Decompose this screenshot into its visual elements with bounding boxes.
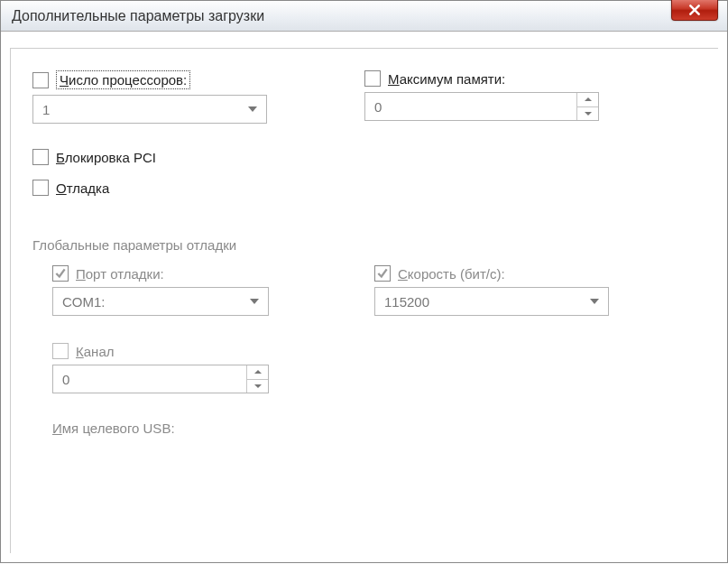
speed-checkbox — [374, 265, 391, 282]
proc-count-value: 1 — [42, 102, 50, 117]
debug-port-label: Порт отладки: — [76, 266, 164, 282]
max-mem-label: Максимум памяти: — [388, 71, 505, 87]
proc-count-dropdown[interactable]: 1 — [32, 95, 267, 124]
chevron-up-icon — [585, 97, 592, 101]
debug-checkbox[interactable] — [32, 180, 49, 196]
dialog-window: Дополнительные параметры загрузки Число … — [0, 0, 728, 563]
spin-buttons — [576, 93, 598, 120]
global-debug-title: Глобальные параметры отладки — [32, 237, 696, 253]
chevron-down-icon — [590, 299, 599, 304]
channel-checkbox — [52, 343, 69, 359]
window-title: Дополнительные параметры загрузки — [12, 8, 264, 24]
speed-dropdown[interactable]: 115200 — [374, 287, 609, 316]
speed-value: 115200 — [384, 294, 429, 310]
spin-down-button[interactable] — [577, 107, 598, 121]
proc-count-checkbox[interactable] — [32, 72, 49, 88]
spin-up-button[interactable] — [577, 93, 598, 107]
close-icon — [688, 4, 701, 16]
spin-up-button[interactable] — [247, 365, 268, 380]
main-panel: Число процессоров: 1 Блокировка PCI — [10, 48, 718, 553]
close-button[interactable] — [671, 0, 718, 21]
max-mem-spinner[interactable]: 0 — [364, 92, 599, 121]
speed-label: Скорость (бит/с): — [398, 266, 505, 282]
usb-target-label: Имя целевого USB: — [52, 421, 374, 436]
max-mem-value: 0 — [374, 99, 382, 115]
debug-port-checkbox — [52, 265, 69, 282]
chevron-down-icon — [585, 112, 592, 116]
channel-spinner[interactable]: 0 — [52, 365, 269, 393]
spin-down-button[interactable] — [247, 380, 268, 393]
pci-lock-checkbox[interactable] — [32, 149, 49, 165]
chevron-down-icon — [254, 384, 262, 388]
channel-label: Канал — [76, 344, 114, 359]
chevron-up-icon — [254, 370, 262, 374]
max-mem-checkbox[interactable] — [364, 70, 381, 87]
debug-port-dropdown[interactable]: COM1: — [52, 287, 269, 316]
spin-buttons — [246, 365, 268, 393]
client-area: Число процессоров: 1 Блокировка PCI — [1, 32, 727, 562]
pci-lock-label: Блокировка PCI — [56, 150, 156, 165]
chevron-down-icon — [250, 299, 259, 304]
debug-label: Отладка — [56, 180, 109, 196]
proc-count-label: Число процессоров: — [56, 70, 190, 89]
chevron-down-icon — [248, 106, 257, 112]
debug-port-value: COM1: — [62, 294, 106, 310]
channel-value: 0 — [62, 372, 69, 387]
titlebar: Дополнительные параметры загрузки — [1, 1, 727, 32]
